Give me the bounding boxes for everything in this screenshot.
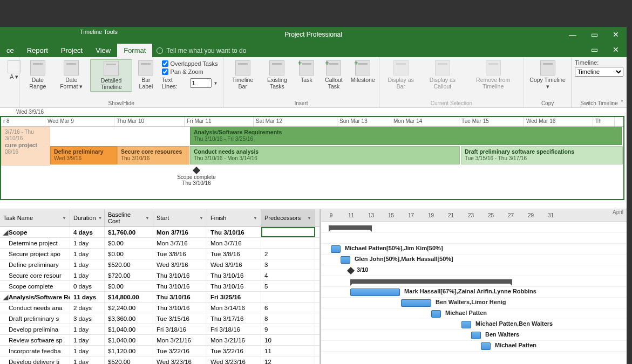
task-row[interactable]: Review software sp1 day$1,040.00Mon 3/21… [0, 335, 320, 346]
ribbon: A ▾ Date Range Date Format ▾ Detailed Ti… [0, 57, 627, 108]
switch-timeline-select[interactable]: Timeline [575, 67, 623, 77]
gantt-task-bar[interactable] [341, 256, 350, 264]
timeline-scale-tick: Wed Mar 9 [45, 117, 114, 126]
tab-project[interactable]: Project [55, 44, 89, 57]
existing-tasks-button[interactable]: Existing Tasks [260, 59, 295, 91]
timeline-left-date: Wed 3/9/16 [0, 108, 627, 115]
summary-task-row[interactable]: ◢Analysis/Software Re11 days$14,800.00Th… [0, 292, 320, 303]
doc-close-button[interactable]: ✕ [605, 42, 627, 57]
lightbulb-icon [157, 47, 163, 54]
overlapped-tasks-checkbox[interactable]: Overlapped Tasks [162, 60, 218, 67]
ribbon-group-show-hide: Date Range Date Format ▾ Detailed Timeli… [19, 57, 223, 107]
task-row[interactable]: Define preliminary1 day$520.00Wed 3/9/16… [0, 259, 320, 270]
close-button[interactable]: ✕ [605, 27, 627, 42]
minimize-button[interactable]: — [562, 27, 583, 42]
gantt-chart[interactable]: April 91113151719212325272931 Michael Pa… [321, 209, 627, 364]
tab-format[interactable]: Format [117, 44, 152, 57]
tab-resource[interactable]: ce [0, 44, 21, 57]
gantt-row [321, 222, 627, 233]
task-row[interactable]: Develop prelimina1 day$1,040.00Fri 3/18/… [0, 324, 320, 335]
col-finish[interactable]: Finish▼ [207, 209, 261, 226]
gantt-task-bar[interactable] [331, 245, 341, 253]
task-row[interactable]: Develop delivery ti1 day$520.00Wed 3/23/… [0, 356, 320, 364]
task-row[interactable]: Conduct needs ana2 days$2,240.00Thu 3/10… [0, 303, 320, 313]
contextual-tab-label: Timeline Tools [80, 29, 118, 35]
timeline-scale-tick: Tue Mar 15 [459, 117, 524, 126]
gantt-row: Mark Hassall[67%],Zainal Arifin,Lynne Ro… [321, 287, 627, 298]
timeline-scale-tick: Mon Mar 14 [391, 117, 459, 126]
text-lines-label: Text Lines: [162, 77, 188, 90]
timeline-panel[interactable]: r 8Wed Mar 9Thu Mar 10Fri Mar 11Sat Mar … [0, 116, 624, 200]
insert-task-button[interactable]: Task [296, 59, 317, 84]
timeline-bar[interactable]: Conduct needs analysisThu 3/10/16 - Mon … [190, 146, 460, 164]
milestone-button[interactable]: Milestone [350, 59, 376, 84]
detailed-timeline-button[interactable]: Detailed Timeline [90, 59, 132, 92]
gantt-scale-tick: 21 [441, 212, 461, 218]
doc-restore-button[interactable]: ▭ [583, 42, 605, 57]
ribbon-group-copy: Copy Timeline ▾ Copy [524, 57, 572, 107]
tell-me-search[interactable]: Tell me what you want to do [152, 44, 250, 57]
gantt-resource-label: Michael Patten[50%],Jim Kim[50%] [345, 245, 443, 251]
task-row[interactable]: Secure project spo1 day$0.00Tue 3/8/16Tu… [0, 249, 320, 259]
col-start[interactable]: Start▼ [153, 209, 207, 226]
task-row[interactable]: Incorporate feedba1 day$1,120.00Tue 3/22… [0, 346, 320, 356]
timeline-bar-button[interactable]: Timeline Bar [227, 59, 258, 91]
task-row[interactable]: Draft preliminary s3 days$3,360.00Tue 3/… [0, 313, 320, 324]
gantt-resource-label: Michael Patten [495, 342, 536, 348]
date-format-button[interactable]: Date Format ▾ [54, 59, 89, 91]
bar-label-button[interactable]: Bar Label [133, 59, 158, 91]
col-baseline-cost[interactable]: Baseline Cost▼ [105, 209, 153, 226]
gantt-row: Ben Walters,Limor Henig [321, 298, 627, 308]
timeline-bar[interactable]: Define preliminaryWed 3/9/16 [50, 146, 117, 164]
gantt-task-bar[interactable] [461, 321, 471, 328]
timeline-bar[interactable]: Secure core resourcesThu 3/10/16 [117, 146, 189, 164]
gantt-row: Ben Walters [321, 330, 627, 341]
gantt-scale-tick: 15 [381, 212, 401, 218]
copy-timeline-button[interactable]: Copy Timeline ▾ [527, 59, 568, 91]
task-row[interactable]: Secure core resour1 day$720.00Thu 3/10/1… [0, 270, 320, 281]
gantt-task-bar[interactable] [481, 342, 491, 350]
gantt-task-bar[interactable] [431, 310, 441, 318]
timeline-scale-tick: Th [593, 117, 615, 126]
col-predecessors[interactable]: Predecessors▼ [261, 209, 315, 226]
task-grid[interactable]: Task Name▼ Duration▼ Baseline Cost▼ Star… [0, 209, 321, 364]
ribbon-group-font: A ▾ [0, 57, 19, 107]
timeline-milestone[interactable]: Scope completeThu 3/10/16 [164, 168, 229, 186]
timeline-scale-tick: Thu Mar 10 [114, 117, 185, 126]
task-row[interactable]: Determine project1 day$0.00Mon 3/7/16Mon… [0, 238, 320, 249]
gantt-row: Michael Patten,Ben Walters [321, 319, 627, 330]
tab-view[interactable]: View [89, 44, 117, 57]
gantt-resource-label: Ben Walters [485, 331, 519, 338]
timeline-scale-tick: Wed Mar 16 [524, 117, 593, 126]
collapse-ribbon-button[interactable]: ˄ [621, 99, 623, 105]
col-task-name[interactable]: Task Name▼ [0, 209, 70, 226]
ribbon-group-switch-timeline: Timeline: Timeline Switch Timeline [572, 57, 627, 107]
date-range-button[interactable]: Date Range [23, 59, 53, 91]
pan-zoom-checkbox[interactable]: Pan & Zoom [162, 68, 218, 75]
col-duration[interactable]: Duration▼ [70, 209, 105, 226]
gantt-milestone-label: 3/10 [357, 266, 368, 273]
maximize-button[interactable]: ▭ [583, 27, 605, 42]
gantt-scale-tick: 27 [501, 212, 521, 218]
text-lines-input[interactable] [190, 78, 212, 88]
gantt-month-label: April [613, 209, 623, 215]
callout-task-button[interactable]: Callout Task [318, 59, 349, 91]
gantt-task-bar[interactable] [471, 332, 481, 339]
gantt-milestone[interactable] [347, 267, 355, 274]
gantt-task-bar[interactable] [350, 289, 400, 296]
gantt-resource-label: Ben Walters,Limor Henig [436, 299, 506, 305]
chevron-down-icon[interactable]: ▼ [214, 81, 218, 86]
gantt-scale-tick: 11 [341, 212, 361, 218]
remove-from-timeline-button: Remove from Timeline [466, 59, 520, 91]
summary-task-row[interactable]: ◢Scope4 days$1,760.00Mon 3/7/16Thu 3/10/… [0, 227, 320, 238]
task-row[interactable]: Scope complete0 days$0.00Thu 3/10/16Thu … [0, 281, 320, 292]
document-window-controls: ▭ ✕ [583, 42, 627, 57]
tab-report[interactable]: Report [21, 44, 55, 57]
timeline-bar[interactable]: Draft preliminary software specification… [461, 146, 623, 164]
gantt-scale-tick: 13 [361, 212, 381, 218]
gantt-scale-tick: 25 [481, 212, 501, 218]
timeline-bar[interactable]: Analysis/Software RequirementsThu 3/10/1… [190, 127, 622, 145]
gantt-summary-bar[interactable] [350, 279, 512, 284]
gantt-task-bar[interactable] [401, 299, 431, 307]
gantt-summary-bar[interactable] [329, 225, 372, 230]
